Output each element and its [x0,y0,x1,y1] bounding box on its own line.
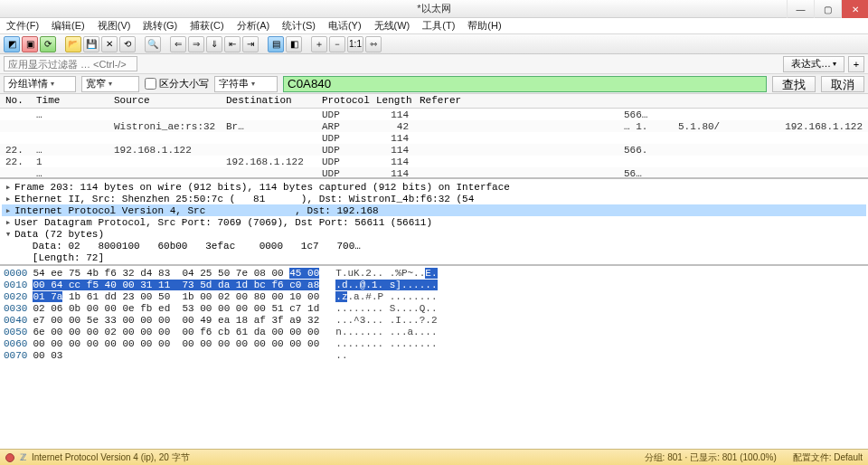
hex-ascii-row[interactable]: T.uK.2.. .%P~..E. [335,268,437,280]
packet-list-pane[interactable]: No. Time Source Destination Protocol Len… [0,94,868,179]
reload-icon[interactable]: ⟲ [119,36,136,52]
hex-row[interactable]: 0040e7 00 00 5e 33 00 00 00 00 49 ea 18 … [4,315,319,327]
menu-edit[interactable]: 编辑(E) [49,18,88,33]
go-back-icon[interactable]: ⇐ [170,36,186,52]
titlebar: *以太网 — ▢ ✕ [0,0,868,18]
hex-row[interactable]: 00506e 00 00 00 02 00 00 00 00 f6 cb 61 … [4,327,319,338]
search-width-combo[interactable]: 宽窄 ▾ [81,76,139,92]
go-forward-icon[interactable]: ⇒ [188,36,204,52]
go-to-packet-icon[interactable]: ⇓ [206,36,222,52]
status-zoom-icon: ℤ [20,452,26,462]
save-file-icon[interactable]: 💾 [83,36,99,52]
packet-row[interactable]: …UDP114566… [0,109,868,120]
menu-statistics[interactable]: 统计(S) [279,18,318,33]
status-bar: ℤ Internet Protocol Version 4 (ip), 20 字… [0,449,868,465]
hex-ascii-row[interactable]: .. [335,350,437,362]
hex-row[interactable]: 000054 ee 75 4b f6 32 d4 83 04 25 50 7e … [4,268,319,280]
packet-row[interactable]: 22. 1192.168.1.122UDP114 [0,156,868,167]
autoscroll-icon[interactable]: ▤ [268,36,284,52]
close-button[interactable]: ✕ [841,0,868,18]
search-scope-combo[interactable]: 分组详情 ▾ [4,76,76,92]
maximize-button[interactable]: ▢ [814,0,841,18]
resize-columns-icon[interactable]: ⇿ [365,36,382,52]
zoom-in-icon[interactable]: ＋ [311,36,327,52]
hex-row[interactable]: 002001 7a 1b 61 dd 23 00 50 1b 00 02 00 … [4,291,319,303]
add-filter-button[interactable]: + [848,56,864,72]
open-file-icon[interactable]: 📂 [65,36,81,52]
hex-row[interactable]: 001000 64 cc f5 40 00 31 11 73 5d da 1d … [4,280,319,291]
hex-ascii-row[interactable]: .d..@.1. s]...... [335,280,437,291]
hex-bytes[interactable]: 000054 ee 75 4b f6 32 d4 83 04 25 50 7e … [4,268,319,447]
cancel-button[interactable]: 取消 [821,76,864,92]
tree-data-length[interactable]: [Length: 72] [2,251,866,263]
hex-ascii-row[interactable]: n....... ...a.... [335,327,437,338]
col-destination[interactable]: Destination [221,94,316,108]
minimize-button[interactable]: — [787,0,814,18]
stop-capture-icon[interactable]: ▣ [22,36,38,52]
hex-ascii-row[interactable]: ...^3... .I...?.2 [335,315,437,327]
menu-go[interactable]: 跳转(G) [140,18,180,33]
hex-row[interactable]: 007000 03 [4,350,319,362]
menu-wireless[interactable]: 无线(W) [372,18,413,33]
close-file-icon[interactable]: ✕ [101,36,118,52]
menu-capture[interactable]: 捕获(C) [187,18,226,33]
window-title: *以太网 [417,2,450,15]
search-input[interactable] [283,76,767,92]
hex-row[interactable]: 003002 06 0b 00 00 0e fb ed 53 00 00 00 … [4,303,319,315]
tree-data-bytes[interactable]: Data: 02 8000100 60b00 3efac 0000 1c7 70… [2,240,866,251]
search-type-combo[interactable]: 字符串 ▾ [214,76,278,92]
hex-ascii-row[interactable]: ........ S....Q.. [335,303,437,315]
restart-capture-icon[interactable]: ⟳ [40,36,56,52]
col-info[interactable]: Referer [414,94,868,108]
hex-ascii-row[interactable]: ........ ........ [335,338,437,350]
menu-view[interactable]: 视图(V) [95,18,134,33]
tree-data[interactable]: ▾Data (72 bytes) [2,228,866,240]
col-protocol[interactable]: Protocol [316,94,371,108]
colorize-icon[interactable]: ◧ [286,36,302,52]
expander-icon[interactable]: ▸ [4,204,13,216]
display-filter-input[interactable] [4,56,137,71]
expander-icon[interactable]: ▸ [4,193,13,204]
expander-icon[interactable]: ▸ [4,216,13,228]
menu-tools[interactable]: 工具(T) [420,18,458,33]
packet-row[interactable]: 22. …192.168.1.122UDP114566. [0,144,868,156]
find-button[interactable]: 查找 [772,76,816,92]
packet-details-pane[interactable]: ▸Frame 203: 114 bytes on wire (912 bits)… [0,179,868,266]
zoom-out-icon[interactable]: － [329,36,345,52]
case-sensitive-input[interactable] [145,78,156,90]
go-last-icon[interactable]: ⇥ [242,36,259,52]
hex-ascii-row[interactable]: .z.a.#.P ........ [335,291,437,303]
capture-led-icon[interactable] [5,453,14,462]
tree-udp[interactable]: ▸User Datagram Protocol, Src Port: 7069 … [2,216,866,228]
search-type-label: 字符串 [219,77,249,90]
search-width-label: 宽窄 [86,77,106,90]
col-length[interactable]: Length [371,94,414,108]
case-sensitive-checkbox[interactable]: 区分大小写 [145,77,209,90]
col-time[interactable]: Time [31,94,108,108]
expander-icon[interactable]: ▸ [4,181,13,193]
go-first-icon[interactable]: ⇤ [224,36,241,52]
tree-ip[interactable]: ▸Internet Protocol Version 4, Src , Dst:… [2,204,866,216]
tree-frame[interactable]: ▸Frame 203: 114 bytes on wire (912 bits)… [2,181,866,193]
menu-analyze[interactable]: 分析(A) [234,18,273,33]
find-icon[interactable]: 🔍 [145,36,161,52]
expression-button-label: 表达式… [791,57,831,71]
expression-button[interactable]: 表达式… ▾ [783,56,844,72]
chevron-down-icon: ▾ [51,80,54,88]
packet-row[interactable]: UDP114 [0,132,868,144]
menu-help[interactable]: 帮助(H) [465,18,504,33]
expander-icon[interactable]: ▾ [4,228,13,240]
hex-pane[interactable]: 000054 ee 75 4b f6 32 d4 83 04 25 50 7e … [0,266,868,449]
col-source[interactable]: Source [108,94,221,108]
zoom-reset-icon[interactable]: 1:1 [347,36,363,52]
start-capture-icon[interactable]: ◩ [4,36,20,52]
menu-telephony[interactable]: 电话(Y) [326,18,364,33]
hex-ascii[interactable]: T.uK.2.. .%P~..E..d..@.1. s].......z.a.#… [335,268,437,447]
packet-list-body[interactable]: …UDP114566…Wistroni_ae:rs:32Br…ARP42… 1.… [0,109,868,179]
tree-ethernet[interactable]: ▸Ethernet II, Src: Shenzhen 25:50:7c ( 8… [2,193,866,204]
menu-file[interactable]: 文件(F) [4,18,42,33]
hex-row[interactable]: 006000 00 00 00 00 00 00 00 00 00 00 00 … [4,338,319,350]
packet-row[interactable]: …UDP11456… [0,167,868,179]
packet-row[interactable]: Wistroni_ae:rs:32Br…ARP42… 1.5.1.80/192.… [0,120,868,132]
col-no[interactable]: No. [0,94,31,108]
